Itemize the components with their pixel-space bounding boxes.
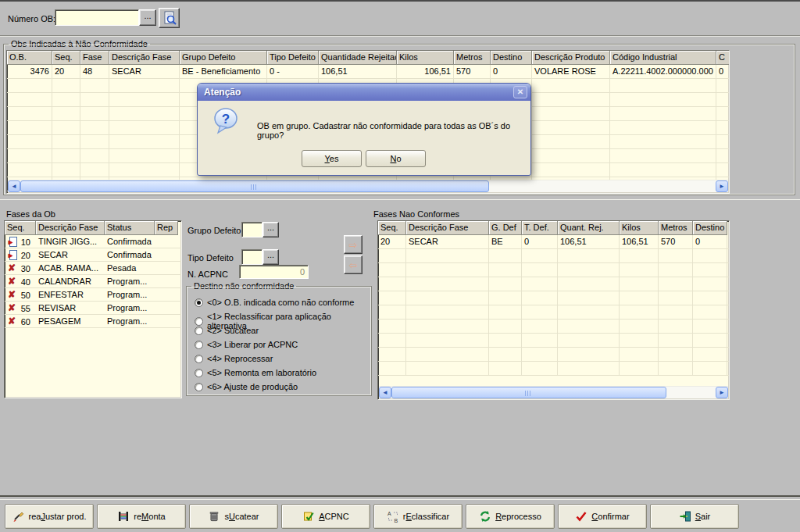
trash-icon (208, 510, 220, 523)
destino-option-0[interactable]: <0> O.B. indicada como não conforme (195, 298, 354, 307)
scrollbar-track[interactable] (666, 387, 716, 398)
scrollbar-thumb[interactable] (391, 387, 666, 398)
column-header[interactable]: Metros (659, 221, 693, 235)
column-header[interactable]: Seq. (378, 221, 406, 235)
grid-cell: 10 (19, 237, 34, 247)
grid-cell: 20 (378, 235, 406, 248)
scroll-left-icon[interactable]: ◄ (8, 180, 20, 192)
ob-number-input[interactable] (55, 9, 139, 26)
column-header[interactable]: Status (105, 221, 155, 235)
fase-row[interactable]: 55 REVISAR Program... (5, 302, 181, 315)
grupo-defeito-input[interactable] (241, 222, 262, 237)
fase-row[interactable]: 40 CALANDRAR Program... (5, 275, 181, 288)
fases-nc-grid: Seq. Descrição Fase G. Def T. Def. Quant… (377, 220, 730, 400)
phase-status-icon (7, 290, 18, 300)
phase-status-icon (7, 316, 18, 327)
confirm-button[interactable]: Confirmar (558, 504, 647, 529)
yes-button[interactable]: Yes (302, 150, 362, 167)
scrollbar-track[interactable] (489, 180, 716, 192)
scroll-right-icon[interactable]: ► (716, 387, 728, 398)
scroll-right-icon[interactable]: ► (716, 180, 728, 192)
column-header[interactable]: Fase (80, 51, 109, 65)
column-header[interactable]: Rep (155, 221, 178, 235)
dialog-titlebar[interactable]: Atenção ✕ (198, 84, 530, 101)
column-header[interactable]: Kilos (397, 51, 454, 65)
scrap-button[interactable]: sUcatear (189, 504, 278, 529)
fase-row[interactable]: 30 ACAB. RAMA... Pesada (5, 262, 181, 275)
fase-row[interactable]: 60 PESAGEM Program... (5, 315, 181, 328)
column-header[interactable]: O.B. (7, 51, 52, 65)
column-header[interactable]: Destino (491, 51, 532, 65)
attention-dialog: Atenção ✕ ? OB em grupo. Cadastrar não c… (197, 83, 531, 176)
grid-cell: 40 (19, 277, 34, 287)
grid-cell: Program... (105, 275, 155, 287)
column-header[interactable]: Grupo Defeito (180, 51, 267, 65)
destino-groupbox-title: Destino não conformidade (191, 281, 296, 291)
ob-browse-button[interactable]: ... (139, 9, 156, 26)
column-header[interactable]: Kilos (620, 221, 659, 235)
column-header[interactable]: Seq. (5, 221, 36, 235)
fase-row[interactable]: 20 SECAR Confirmada (5, 248, 181, 262)
column-header[interactable]: Quant. Rej. (558, 221, 620, 235)
grid-cell: 20 (19, 251, 34, 260)
close-button[interactable]: ✕ (513, 86, 527, 98)
destino-option-4[interactable]: <4> Reprocessar (195, 354, 273, 363)
preview-button[interactable] (159, 8, 180, 28)
fase-row[interactable]: 10 TINGIR JIGG... Confirmada (5, 235, 181, 248)
radio-label: <5> Remonta em laboratório (207, 368, 316, 377)
obs-grid-header: O.B. Seq. Fase Descrição Fase Grupo Defe… (7, 51, 729, 65)
grid-cell: 48 (80, 65, 109, 78)
destino-option-2[interactable]: <2> Sucatear (195, 326, 259, 335)
tipo-defeito-browse-button[interactable]: ... (262, 249, 279, 265)
fases-nc-row[interactable]: 20 SECAR BE 0 106,51 106,51 570 0 (378, 235, 729, 249)
no-button[interactable]: No (366, 150, 426, 167)
readjust-production-button[interactable]: reaJustar prod. (5, 504, 94, 529)
column-header[interactable]: Descrição Fase (36, 221, 105, 235)
column-header[interactable]: Metros (454, 51, 491, 65)
scrollbar-thumb[interactable] (20, 180, 489, 192)
arrow-left-icon: ⇦ (349, 259, 358, 271)
acpnc-number-field[interactable]: 0 (239, 265, 309, 279)
exit-button[interactable]: Sair (650, 504, 739, 529)
remount-button[interactable]: reMonta (97, 504, 186, 529)
empty-grid-row (378, 249, 729, 263)
column-header[interactable]: T. Def. (522, 221, 558, 235)
column-header[interactable]: Código Industrial (610, 51, 716, 65)
radio-label: <2> Sucatear (207, 326, 259, 335)
empty-grid-row (378, 320, 729, 334)
obs-grid-hscrollbar[interactable]: ◄ ► (8, 180, 728, 192)
move-left-button[interactable]: ⇦ (344, 255, 362, 274)
destino-option-3[interactable]: <3> Liberar por ACPNC (195, 340, 298, 349)
fase-row[interactable]: 50 ENFESTAR Program... (5, 288, 181, 302)
reclassify-button[interactable]: AB rEclassificar (373, 504, 462, 529)
column-header[interactable]: Descrição Fase (406, 221, 489, 235)
move-right-button[interactable]: ⇨ (344, 235, 362, 254)
destino-option-5[interactable]: <5> Remonta em laboratório (195, 368, 316, 377)
column-header[interactable]: Descrição Produto (532, 51, 610, 65)
column-header[interactable]: Seq. (52, 51, 80, 65)
column-header[interactable]: Destino (693, 221, 727, 235)
grupo-defeito-browse-button[interactable]: ... (262, 222, 279, 237)
column-header[interactable]: Tipo Defeito (267, 51, 319, 65)
acpnc-button[interactable]: ACPNC (281, 504, 370, 529)
reprocess-button[interactable]: Reprocesso (466, 504, 555, 529)
grid-cell: SECAR (109, 65, 180, 78)
phase-status-icon (7, 263, 18, 273)
app-window: Número OB: ... Obs Indicadas à Não Confo… (0, 0, 800, 532)
grid-cell (155, 288, 178, 301)
empty-grid-row (378, 305, 729, 320)
column-header[interactable]: G. Def (489, 221, 522, 235)
grid-cell (155, 262, 178, 274)
scroll-left-icon[interactable]: ◄ (379, 387, 391, 398)
tipo-defeito-input[interactable] (241, 249, 262, 265)
destino-option-6[interactable]: <6> Ajuste de produção (195, 382, 298, 391)
fases-nc-hscrollbar[interactable]: ◄ ► (379, 386, 728, 398)
fases-ob-grid: Seq. Descrição Fase Status Rep 10 TINGIR… (4, 220, 182, 398)
grid-cell: 0 (716, 65, 729, 78)
obs-grid-row[interactable]: 3476 20 48 SECAR BE - Beneficiamento 0 -… (7, 65, 729, 79)
column-header[interactable]: Quantidade Rejeitada (319, 51, 397, 65)
reprocess-icon (479, 510, 491, 523)
column-header[interactable]: Descrição Fase (109, 51, 180, 65)
grid-cell: SECAR (36, 248, 105, 261)
column-header[interactable]: C (716, 51, 729, 65)
